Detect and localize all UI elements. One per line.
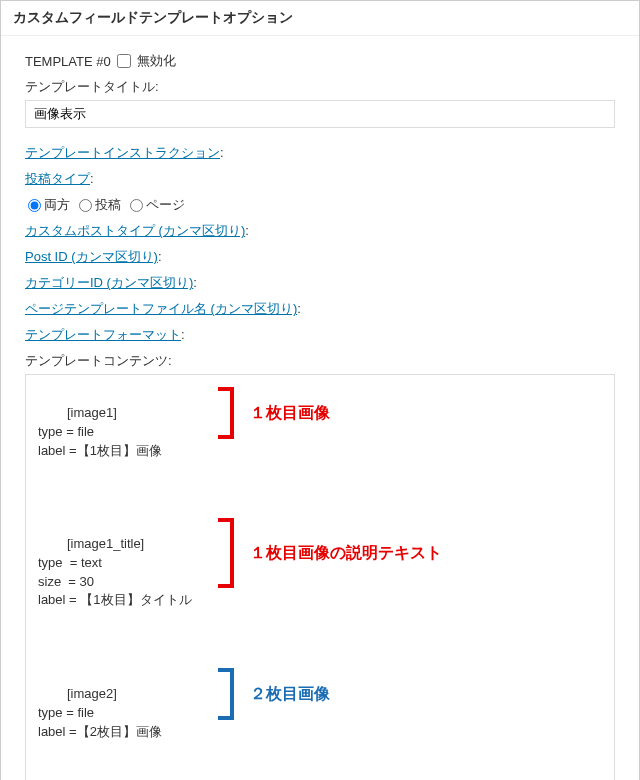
bracket-icon bbox=[218, 518, 234, 588]
bracket-icon bbox=[218, 387, 234, 439]
post-type-link[interactable]: 投稿タイプ bbox=[25, 171, 90, 186]
colon: : bbox=[193, 275, 197, 290]
colon: : bbox=[297, 301, 301, 316]
radio-both[interactable] bbox=[28, 199, 41, 212]
code-block-image2: [image2] type = file label =【2枚目】画像 ２枚目画… bbox=[38, 666, 602, 779]
category-id-link[interactable]: カテゴリーID (カンマ区切り) bbox=[25, 275, 193, 290]
panel-title: カスタムフィールドテンプレートオプション bbox=[1, 1, 639, 36]
colon: : bbox=[245, 223, 249, 238]
colon: : bbox=[158, 249, 162, 264]
custom-post-type-link[interactable]: カスタムポストタイプ (カンマ区切り) bbox=[25, 223, 245, 238]
template-number-label: TEMPLATE #0 bbox=[25, 54, 111, 69]
template-content-box[interactable]: [image1] type = file label =【1枚目】画像 １枚目画… bbox=[25, 374, 615, 780]
panel-body: TEMPLATE #0 無効化 テンプレートタイトル: テンプレートインストラク… bbox=[1, 36, 639, 780]
post-type-radios: 両方 投稿 ページ bbox=[28, 196, 615, 214]
code-text: [image1_title] type = text size = 30 lab… bbox=[38, 536, 192, 608]
instruction-link[interactable]: テンプレートインストラクション bbox=[25, 145, 220, 160]
title-input[interactable] bbox=[25, 100, 615, 128]
code-text: [image1] type = file label =【1枚目】画像 bbox=[38, 405, 162, 458]
radio-page[interactable] bbox=[130, 199, 143, 212]
template-format-link[interactable]: テンプレートフォーマット bbox=[25, 327, 181, 342]
annotation-image1-text: １枚目画像の説明テキスト bbox=[218, 518, 442, 588]
annotation-label: １枚目画像の説明テキスト bbox=[250, 541, 442, 564]
colon: : bbox=[181, 327, 185, 342]
radio-page-label: ページ bbox=[146, 196, 185, 214]
colon: : bbox=[220, 145, 224, 160]
code-block-image1: [image1] type = file label =【1枚目】画像 １枚目画… bbox=[38, 385, 602, 498]
annotation-image2: ２枚目画像 bbox=[218, 668, 330, 720]
annotation-image1: １枚目画像 bbox=[218, 387, 330, 439]
colon: : bbox=[90, 171, 94, 186]
template-header-row: TEMPLATE #0 無効化 bbox=[25, 52, 615, 70]
bracket-icon bbox=[218, 668, 234, 720]
page-template-link[interactable]: ページテンプレートファイル名 (カンマ区切り) bbox=[25, 301, 297, 316]
content-label: テンプレートコンテンツ: bbox=[25, 352, 615, 370]
disable-checkbox[interactable] bbox=[117, 54, 131, 68]
code-block-image1-title: [image1_title] type = text size = 30 lab… bbox=[38, 516, 602, 648]
code-text: [image2] type = file label =【2枚目】画像 bbox=[38, 686, 162, 739]
post-id-link[interactable]: Post ID (カンマ区切り) bbox=[25, 249, 158, 264]
radio-both-label: 両方 bbox=[44, 196, 70, 214]
annotation-label: １枚目画像 bbox=[250, 401, 330, 424]
radio-post-label: 投稿 bbox=[95, 196, 121, 214]
annotation-label: ２枚目画像 bbox=[250, 682, 330, 705]
title-label: テンプレートタイトル: bbox=[25, 78, 615, 96]
options-panel: カスタムフィールドテンプレートオプション TEMPLATE #0 無効化 テンプ… bbox=[0, 0, 640, 780]
disable-label: 無効化 bbox=[137, 52, 176, 70]
radio-post[interactable] bbox=[79, 199, 92, 212]
